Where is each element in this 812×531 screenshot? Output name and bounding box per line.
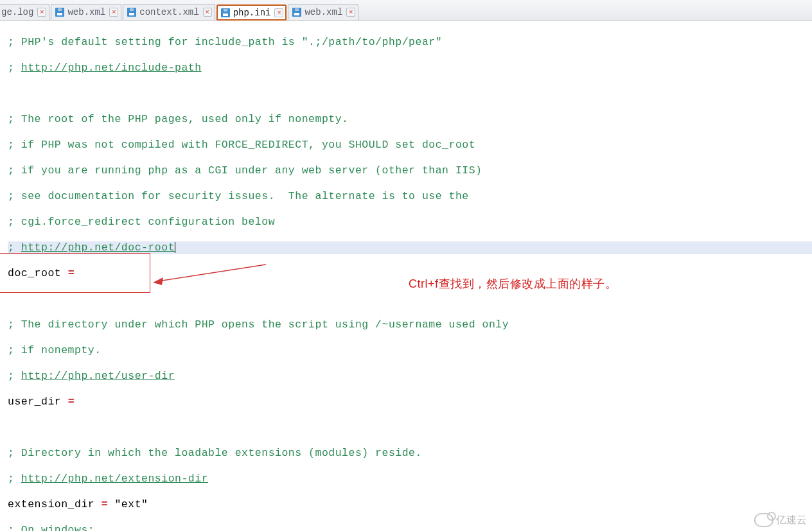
code-line: ; The root of the PHP pages, used only i… [8,113,348,125]
tab-label: ge.log [1,7,33,17]
cfg-key: user_dir [8,396,68,408]
disk-icon [221,8,230,17]
close-icon[interactable]: × [37,8,46,17]
blank-line [8,421,812,434]
cloud-icon [754,513,773,527]
code-url: http://php.net/user-dir [21,370,175,382]
tab-label: php.ini [233,8,271,18]
code-url: http://php.net/doc-root [21,241,175,254]
cfg-val: "ext" [108,498,148,510]
tab-web-xml-1[interactable]: web.xml × [51,4,121,20]
comment-prefix: ; [8,241,21,254]
code-line: ; if nonempty. [8,344,102,356]
tab-web-xml-2[interactable]: web.xml × [288,4,358,20]
tab-context-xml[interactable]: context.xml × [123,4,215,20]
code-url: http://php.net/extension-dir [21,473,208,485]
code-url: http://php.net/include-path [21,62,202,74]
close-icon[interactable]: × [203,8,212,17]
code-line: ; cgi.force_redirect configuration below [8,216,275,228]
tab-php-ini[interactable]: php.ini × [216,4,287,21]
cfg-key: doc_root [8,267,68,279]
disk-icon [292,8,301,17]
tab-label: web.xml [304,7,342,17]
cfg-op: = [68,267,75,279]
code-line: ; The directory under which PHP opens th… [8,318,509,331]
watermark: 亿速云 [754,513,807,527]
tab-label: context.xml [139,7,199,17]
close-icon[interactable]: × [274,8,283,17]
code-line: ; Directory in which the loadable extens… [8,447,422,459]
text-cursor [175,242,175,253]
comment-prefix: ; [8,370,21,382]
code-line: ; see documentation for security issues.… [8,190,469,202]
comment-prefix: ; [8,473,21,485]
cfg-key: extension_dir [8,498,102,510]
code-line: ; if you are running php as a CGI under … [8,164,482,177]
disk-icon [55,8,64,17]
blank-line [8,293,812,306]
tab-label: web.xml [67,7,105,17]
code-line: ; PHP's default setting for include_path… [8,36,442,48]
code-line: ; if PHP was not compiled with FORCE_RED… [8,139,475,151]
close-icon[interactable]: × [109,8,118,17]
comment-prefix: ; [8,62,21,74]
code-line: ; On windows: [8,524,94,531]
tab-bar: ge.log × web.xml × context.xml × php.ini… [0,0,812,21]
close-icon[interactable]: × [346,8,355,17]
disk-icon [127,8,136,17]
tab-ge-log[interactable]: ge.log × [0,4,49,20]
code-editor[interactable]: ; PHP's default setting for include_path… [0,21,812,531]
cfg-op: = [102,498,108,510]
blank-line [8,87,812,100]
cfg-op: = [68,396,75,408]
watermark-text: 亿速云 [776,514,807,527]
